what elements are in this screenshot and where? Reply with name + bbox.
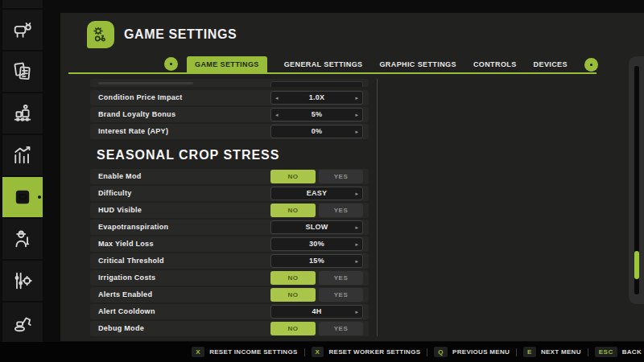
sidebar-item-mod-settings[interactable] [2,261,43,301]
tab-game-settings[interactable]: GAME SETTINGS [187,56,267,72]
sidebar-item-contracts[interactable] [2,51,43,92]
setting-row: Alerts EnabledNOYES [90,287,369,302]
tab-bar: GAME SETTINGSGENERAL SETTINGSGRAPHIC SET… [187,56,598,72]
sidebar-item-clipped-top[interactable] [2,0,43,8]
toggle-option-no[interactable]: NO [270,170,316,183]
selector-value: EASY [271,187,362,200]
scrollbar-track[interactable] [634,66,639,294]
toggle-option-yes[interactable]: YES [319,204,363,217]
selector-value: 5% [271,109,362,121]
footer-divider [304,348,305,356]
sidebar-item-animals[interactable] [2,10,43,50]
value-selector[interactable]: 30%▸ [270,237,363,251]
toggle-control: NOYES [270,170,453,183]
footer-action-reset-worker-settings[interactable]: XRESET WORKER SETTINGS [312,347,421,357]
sidebar-item-statistics[interactable] [2,135,43,175]
setting-label: Enable Mod [98,169,142,184]
value-selector[interactable]: 0%▸ [270,125,363,138]
toggle-option-yes[interactable]: YES [319,271,363,285]
key-badge: E [523,347,536,357]
tab-graphic-settings[interactable]: GRAPHIC SETTINGS [379,60,456,68]
value-selector[interactable]: ◂1.0X▸ [270,91,363,105]
key-badge: ESC [595,347,617,357]
clipped-control [270,81,363,87]
value-selector[interactable]: SLOW▸ [270,220,363,234]
footer-action-label: PREVIOUS MENU [452,348,510,356]
toggle-option-no[interactable]: NO [270,322,316,335]
selector-value: 0% [271,125,362,138]
footer-action-previous-menu[interactable]: QPREVIOUS MENU [434,347,510,357]
toggle-option-no[interactable]: NO [270,271,316,285]
footer-action-reset-income-settings[interactable]: XRESET INCOME SETTINGS [192,347,297,357]
sidebar-item-settings[interactable] [2,177,43,217]
game-settings-icon [87,21,114,48]
list-scroll-divider [377,79,378,336]
toggle-option-yes[interactable]: YES [319,170,363,183]
toggle-control: NOYES [270,322,453,335]
setting-label: Max Yield Loss [98,237,154,252]
increase-arrow-icon[interactable]: ▸ [355,238,358,250]
footer-divider [588,348,588,356]
setting-row: EvapotranspirationSLOW▸ [90,220,369,235]
increase-arrow-icon[interactable]: ▸ [355,255,358,267]
setting-row: HUD VisibleNOYES [90,203,369,218]
sidebar-item-construction[interactable] [2,302,43,343]
setting-label: Difficulty [98,186,132,201]
sidebar-item-production[interactable] [2,93,43,134]
increase-arrow-icon[interactable]: ▸ [355,92,358,104]
toggle-option-no[interactable]: NO [270,204,316,217]
scrollbar[interactable] [629,56,644,304]
increase-arrow-icon[interactable]: ▸ [355,306,358,318]
tabs-next-button[interactable] [584,58,598,72]
footer-action-label: BACK [622,348,642,356]
setting-label: Irrigation Costs [98,270,155,286]
setting-label: Alert Cooldown [98,304,155,319]
footer-divider [516,348,517,356]
setting-row: Irrigation CostsNOYES [90,270,369,286]
increase-arrow-icon[interactable]: ▸ [355,125,358,138]
setting-row: DifficultyEASY▸ [90,186,369,201]
toggle-control: NOYES [270,271,453,285]
mod-settings-icon [11,269,34,292]
value-selector[interactable]: ◂5%▸ [270,108,363,121]
increase-arrow-icon[interactable]: ▸ [355,221,358,233]
setting-row: Interest Rate (APY)0%▸ [90,124,369,139]
tab-devices[interactable]: DEVICES [534,60,568,68]
settings-icon [11,186,34,208]
footer-keybar: XRESET INCOME SETTINGSXRESET WORKER SETT… [0,342,644,362]
increase-arrow-icon[interactable]: ▸ [355,109,358,121]
selector-value: 15% [271,255,362,267]
increase-arrow-icon[interactable]: ▸ [355,187,358,200]
setting-label: Condition Price Impact [98,90,183,105]
selector-value: 30% [271,238,362,250]
setting-label: Brand Loyalty Bonus [98,107,175,122]
settings-panel: GAME SETTINGS GAME SETTINGSGENERAL SETTI… [60,13,644,341]
setting-label: Alerts Enabled [98,287,152,302]
footer-action-back[interactable]: ESCBACK [595,347,642,357]
scrollbar-thumb[interactable] [634,251,639,279]
setting-row-clipped [90,79,369,87]
value-selector[interactable]: 4H▸ [270,305,363,319]
setting-row: Alert Cooldown4H▸ [90,304,369,319]
tabs-prev-button[interactable] [164,57,178,71]
value-selector[interactable]: EASY▸ [270,187,363,200]
toggle-option-no[interactable]: NO [270,288,316,302]
footer-action-next-menu[interactable]: ENEXT MENU [523,347,581,357]
construction-icon [11,311,34,334]
value-selector[interactable]: 15%▸ [270,254,363,268]
setting-label: Interest Rate (APY) [98,124,168,139]
key-badge: X [192,347,204,357]
toggle-control: NOYES [270,204,453,217]
tab-controls[interactable]: CONTROLS [473,60,517,68]
tab-general-settings[interactable]: GENERAL SETTINGS [284,60,363,68]
selector-value: SLOW [271,221,362,233]
sidebar-item-character[interactable] [2,219,43,259]
selector-value: 1.0X [271,92,362,104]
footer-action-label: NEXT MENU [541,348,581,356]
setting-label: Critical Threshold [98,253,164,269]
toggle-option-yes[interactable]: YES [319,288,363,302]
toggle-option-yes[interactable]: YES [319,322,363,335]
footer-action-label: RESET INCOME SETTINGS [209,348,297,356]
page-title: GAME SETTINGS [124,21,237,48]
footer-action-label: RESET WORKER SETTINGS [328,348,420,356]
